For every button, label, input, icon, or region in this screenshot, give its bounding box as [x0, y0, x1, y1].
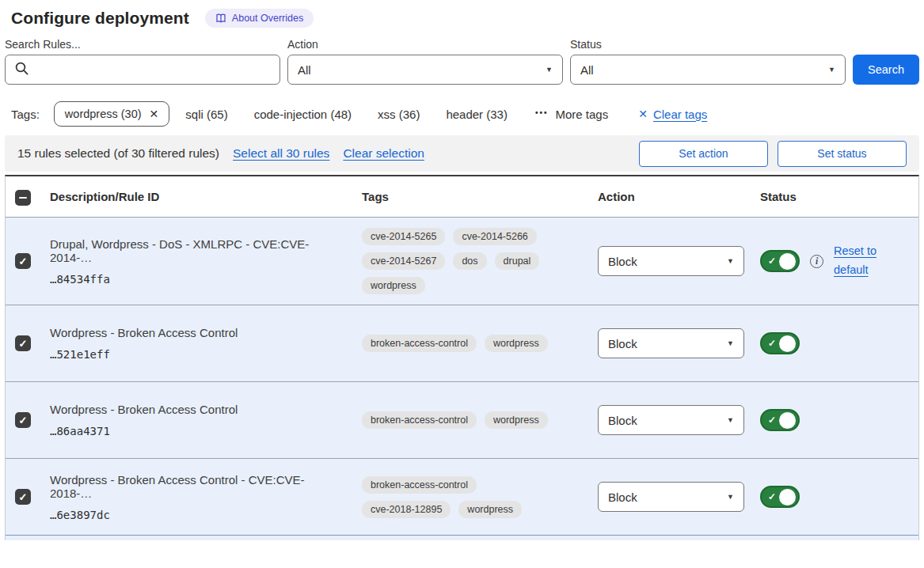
- table-header: Description/Rule ID Tags Action Status: [6, 176, 918, 217]
- rules-table: Description/Rule ID Tags Action Status ✓…: [5, 175, 919, 540]
- search-input[interactable]: [35, 63, 270, 77]
- status-filter-label: Status: [570, 38, 846, 51]
- rule-tags: broken-access-controlwordpress: [362, 411, 569, 429]
- rule-tags: broken-access-controlwordpress: [362, 335, 569, 352]
- rule-id: …86aa4371: [50, 425, 344, 437]
- rule-description: Drupal, Wordpress - DoS - XMLRPC - CVE:C…: [50, 237, 344, 264]
- row-checkbox[interactable]: ✓: [15, 253, 31, 269]
- remove-tag-icon[interactable]: ✕: [150, 108, 159, 120]
- row-checkbox[interactable]: ✓: [15, 412, 31, 428]
- about-overrides-label: About Overrides: [232, 13, 303, 24]
- ellipsis-icon: •••: [535, 108, 549, 117]
- chevron-down-icon: ▼: [727, 257, 734, 265]
- status-filter-select[interactable]: All ▼: [570, 55, 846, 85]
- status-filter-value: All: [580, 63, 594, 77]
- page-header: Configure deployment About Overrides: [5, 0, 919, 28]
- column-action: Action: [598, 190, 760, 203]
- tag-filter[interactable]: xss (36): [378, 108, 420, 121]
- clear-icon: ✕: [638, 108, 648, 120]
- rule-action-value: Block: [608, 255, 637, 268]
- reset-to-default-link[interactable]: Reset to default: [834, 242, 886, 280]
- rule-description: Wordpress - Broken Access Control: [50, 403, 344, 416]
- chevron-down-icon: ▼: [828, 66, 835, 74]
- rule-action-value: Block: [608, 490, 637, 504]
- chevron-down-icon: ▼: [727, 416, 734, 424]
- row-checkbox[interactable]: ✓: [15, 489, 31, 505]
- table-row: ✓ Wordpress - Broken Access Control …86a…: [6, 381, 918, 458]
- rule-action-select[interactable]: Block ▼: [598, 482, 744, 512]
- set-status-button[interactable]: Set status: [778, 141, 907, 167]
- column-description: Description/Rule ID: [45, 190, 362, 203]
- row-checkbox[interactable]: ✓: [15, 335, 31, 351]
- info-icon[interactable]: i: [810, 255, 823, 268]
- toggle-knob: [779, 253, 796, 270]
- rule-tag-chip: broken-access-control: [362, 335, 477, 352]
- tags-label: Tags:: [11, 108, 40, 121]
- checkmark-icon: ✓: [768, 256, 776, 267]
- rule-id: …6e3897dc: [50, 509, 344, 521]
- rule-tags: cve-2014-5265cve-2014-5266cve-2014-5267d…: [362, 228, 569, 294]
- table-row: ✓ Wordpress - Broken Access Control …521…: [6, 305, 918, 381]
- clear-tags-label: Clear tags: [653, 108, 707, 121]
- chevron-down-icon: ▼: [727, 493, 734, 501]
- rule-action-select[interactable]: Block ▼: [598, 246, 744, 276]
- rule-tag-chip: cve-2014-5266: [453, 228, 536, 245]
- selection-bar: 15 rules selected (of 30 filtered rules)…: [5, 135, 919, 172]
- checkmark-icon: ✓: [768, 491, 776, 502]
- chevron-down-icon: ▼: [727, 339, 734, 347]
- rule-tag-chip: cve-2018-12895: [362, 501, 451, 518]
- checkmark-icon: ✓: [768, 415, 776, 426]
- rule-description: Wordpress - Broken Access Control: [50, 326, 344, 339]
- search-input-wrapper: [5, 55, 280, 85]
- set-action-button[interactable]: Set action: [639, 141, 768, 167]
- tag-filter[interactable]: sqli (65): [185, 108, 227, 121]
- rule-tag-chip: dos: [453, 252, 486, 270]
- search-icon: [15, 62, 29, 78]
- more-tags-button[interactable]: ••• More tags: [535, 108, 608, 121]
- rule-tag-chip: broken-access-control: [362, 411, 477, 429]
- clear-selection-link[interactable]: Clear selection: [343, 146, 424, 161]
- select-all-checkbox[interactable]: [15, 190, 31, 206]
- column-status: Status: [760, 190, 918, 203]
- status-toggle[interactable]: ✓: [760, 409, 800, 431]
- column-tags: Tags: [362, 190, 598, 203]
- select-all-link[interactable]: Select all 30 rules: [233, 146, 329, 161]
- rule-tag-chip: wordpress: [458, 501, 522, 518]
- tags-bar: Tags: wordpress (30) ✕ sqli (65)code-inj…: [5, 101, 919, 127]
- status-toggle[interactable]: ✓: [760, 486, 800, 508]
- action-filter-select[interactable]: All ▼: [287, 55, 563, 85]
- rule-tag-chip: wordpress: [362, 277, 425, 294]
- table-row: ✓ Drupal, Wordpress - DoS - XMLRPC - CVE…: [6, 217, 918, 305]
- rule-id: …84534ffa: [50, 273, 344, 286]
- rule-tag-chip: cve-2014-5267: [362, 252, 445, 270]
- next-row-sliver: [6, 535, 918, 540]
- about-overrides-badge[interactable]: About Overrides: [205, 9, 314, 28]
- chevron-down-icon: ▼: [546, 66, 553, 74]
- toggle-knob: [779, 412, 796, 429]
- rule-action-select[interactable]: Block ▼: [598, 405, 744, 435]
- rule-tag-chip: drupal: [495, 252, 540, 270]
- clear-tags-button[interactable]: ✕ Clear tags: [638, 108, 707, 121]
- tag-filter[interactable]: header (33): [446, 108, 508, 121]
- checkmark-icon: ✓: [19, 256, 28, 267]
- tags-list: sqli (65)code-injection (48)xss (36)head…: [185, 108, 508, 121]
- selected-tag-chip[interactable]: wordpress (30) ✕: [54, 101, 169, 127]
- status-toggle[interactable]: ✓: [760, 332, 800, 354]
- checkmark-icon: ✓: [19, 339, 28, 349]
- rule-action-select[interactable]: Block ▼: [598, 328, 744, 358]
- search-button[interactable]: Search: [853, 55, 919, 85]
- rule-id: …521e1eff: [50, 348, 344, 361]
- checkmark-icon: ✓: [768, 338, 776, 349]
- rule-tags: broken-access-controlcve-2018-12895wordp…: [362, 476, 569, 518]
- status-toggle[interactable]: ✓: [760, 250, 800, 272]
- checkmark-icon: ✓: [19, 415, 28, 426]
- tag-filter[interactable]: code-injection (48): [254, 108, 352, 121]
- filter-bar: Search Rules... Action All ▼ Status: [5, 38, 919, 85]
- rule-action-value: Block: [608, 337, 637, 350]
- rule-tag-chip: wordpress: [485, 411, 548, 429]
- rule-tag-chip: cve-2014-5265: [362, 228, 445, 245]
- more-tags-label: More tags: [555, 108, 608, 121]
- checkmark-icon: ✓: [19, 492, 28, 502]
- rule-action-value: Block: [608, 414, 637, 427]
- search-rules-label: Search Rules...: [5, 38, 280, 51]
